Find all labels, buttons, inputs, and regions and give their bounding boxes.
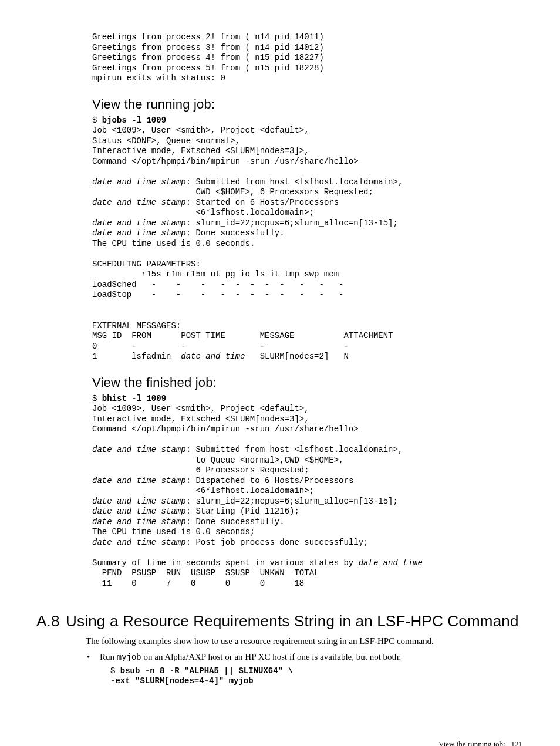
bsub-block: $ bsub -n 8 -R "ALPHA5 || SLINUX64" \ -e…	[110, 666, 522, 687]
prompt: $	[92, 394, 102, 403]
line: Interactive mode, Extsched <SLURM[nodes=…	[92, 146, 309, 156]
dts: date and time	[359, 558, 423, 568]
line: EXTERNAL MESSAGES:	[92, 321, 181, 330]
footer-label: View the running job:	[438, 740, 505, 746]
line: The CPU time used is 0.0 seconds;	[92, 527, 255, 536]
prompt: $	[92, 116, 102, 125]
dts: date and time stamp	[92, 476, 186, 485]
line: <6*lsfhost.localdomain>;	[92, 208, 314, 217]
line: Status <DONE>, Queue <normal>,	[92, 136, 240, 146]
dts: date and time stamp	[92, 218, 186, 228]
inline-code-myjob: myjob	[117, 653, 141, 662]
heading-view-running: View the running job:	[92, 97, 522, 112]
line: loadSched - - - - - - - - - - -	[92, 280, 343, 289]
line: Greetings from process 2! from ( n14 pid…	[92, 32, 324, 42]
section-title: Using a Resource Requirements String in …	[66, 612, 519, 630]
line: MSG_ID FROM POST_TIME MESSAGE ATTACHMENT	[92, 331, 393, 340]
prompt: $	[110, 666, 120, 676]
dts: date and time stamp	[92, 507, 186, 516]
section-intro: The following examples show how to use a…	[86, 635, 522, 647]
line: Summary of time in seconds spent in vari…	[92, 558, 359, 568]
line: to Queue <normal>,CWD <$HOME>,	[92, 455, 343, 465]
dts: date and time stamp	[92, 228, 186, 238]
line: loadStop - - - - - - - - - - -	[92, 290, 343, 299]
line: SLURM[nodes=2] N	[245, 352, 348, 361]
line: : Submitted from host <lsfhost.localdoma…	[186, 445, 403, 454]
line: <6*lsfhost.localdomain>;	[92, 486, 314, 495]
dts: date and time	[181, 352, 245, 361]
heading-a8: A.8Using a Resource Requirements String …	[36, 612, 522, 630]
line: : Dispatched to 6 Hosts/Processors	[186, 476, 354, 485]
line: The CPU time used is 0.0 seconds.	[92, 239, 255, 248]
line: Command </opt/hpmpi/bin/mpirun -srun /us…	[92, 424, 359, 434]
line: PEND PSUSP RUN USUSP SSUSP UNKWN TOTAL	[92, 568, 319, 578]
cmd-bsub-2: -ext "SLURM[nodes=4-4]" myjob	[110, 676, 254, 686]
dts: date and time stamp	[92, 517, 186, 526]
line: r15s r1m r15m ut pg io ls it tmp swp mem	[92, 269, 339, 279]
bhist-block: $ bhist -l 1009 Job <1009>, User <smith>…	[92, 394, 522, 589]
footer-page: 121	[511, 740, 523, 746]
line: : slurm_id=22;ncpus=6;slurm_alloc=n[13-1…	[186, 497, 398, 506]
line: Greetings from process 3! from ( n14 pid…	[92, 43, 324, 52]
heading-view-finished: View the finished job:	[92, 375, 522, 390]
line: : Starting (Pid 11216);	[186, 507, 299, 516]
line: mpirun exits with status: 0	[92, 73, 225, 83]
line: 11 0 7 0 0 0 18	[92, 579, 304, 588]
line: CWD <$HOME>, 6 Processors Requested;	[92, 187, 373, 197]
bjobs-block: $ bjobs -l 1009 Job <1009>, User <smith>…	[92, 116, 522, 362]
dts: date and time stamp	[92, 177, 186, 187]
line: 0 - - - -	[92, 342, 349, 351]
line: Command </opt/hpmpi/bin/mpirun -srun /us…	[92, 157, 359, 166]
bullet-text-a: Run	[100, 652, 117, 661]
line: Job <1009>, User <smith>, Project <defau…	[92, 126, 309, 135]
line: : Post job process done successfully;	[186, 538, 369, 547]
line: : Submitted from host <lsfhost.localdoma…	[186, 177, 403, 187]
section-number: A.8	[36, 612, 66, 630]
dts: date and time stamp	[92, 497, 186, 506]
line: 1 lsfadmin	[92, 352, 181, 361]
line: SCHEDULING PARAMETERS:	[92, 259, 201, 269]
dts: date and time stamp	[92, 198, 186, 207]
page-footer: View the running job: 121	[36, 740, 522, 746]
output-greetings: Greetings from process 2! from ( n14 pid…	[92, 32, 522, 84]
line: Greetings from process 4! from ( n15 pid…	[92, 53, 324, 62]
dts: date and time stamp	[92, 445, 186, 454]
bullet-item: Run myjob on an Alpha/AXP host or an HP …	[86, 651, 522, 664]
cmd-bhist: bhist -l 1009	[102, 394, 166, 403]
bullet-text-b: on an Alpha/AXP host or an HP XC host if…	[141, 652, 402, 661]
line: Interactive mode, Extsched <SLURM[nodes=…	[92, 414, 309, 424]
cmd-bsub-1: bsub -n 8 -R "ALPHA5 || SLINUX64" \	[120, 666, 293, 676]
cmd-bjobs: bjobs -l 1009	[102, 116, 166, 125]
line: Job <1009>, User <smith>, Project <defau…	[92, 404, 309, 413]
line: Greetings from process 5! from ( n15 pid…	[92, 63, 324, 73]
line: : slurm_id=22;ncpus=6;slurm_alloc=n[13-1…	[186, 218, 398, 228]
line: : Done successfully.	[186, 517, 285, 526]
line: : Started on 6 Hosts/Processors	[186, 198, 339, 207]
line: 6 Processors Requested;	[92, 465, 309, 475]
dts: date and time stamp	[92, 538, 186, 547]
line: : Done successfully.	[186, 228, 285, 238]
